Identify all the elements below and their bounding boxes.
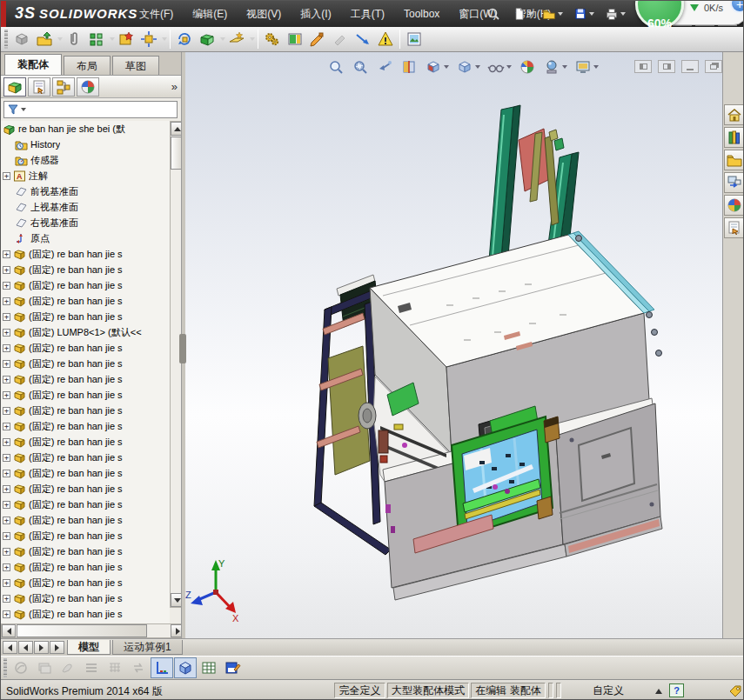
next-tab-icon[interactable] [34,641,49,654]
expand-icon[interactable]: + [3,501,10,509]
move-component-dropdown[interactable] [162,37,167,41]
reference-geometry-icon[interactable] [225,29,248,50]
view-3d-icon[interactable] [174,657,197,678]
zoom-to-fit-icon[interactable] [325,57,347,77]
display-manager-tab-icon[interactable] [77,77,99,97]
hide-show-items-icon[interactable] [485,57,514,77]
edit-appearance-icon[interactable] [516,57,539,77]
custom-toolbar-label[interactable]: 自定义 [565,683,652,698]
expand-icon[interactable]: + [3,595,10,603]
tree-component-row[interactable]: + (固定) re ban han jie s [1,293,170,309]
view-palette-icon[interactable] [724,172,744,193]
expand-icon[interactable]: + [3,548,10,556]
expand-icon[interactable]: + [3,454,10,462]
new-document-icon[interactable] [513,3,533,24]
tree-component-row[interactable]: + (固定) re ban han jie s [1,403,170,418]
list-icon[interactable] [80,657,103,678]
toolbar-grip[interactable] [3,658,7,677]
pane-right-icon[interactable] [658,60,675,73]
assembly-3d-model[interactable]: Y Z X [185,52,722,638]
grid-icon[interactable] [104,657,126,678]
menu-item[interactable]: 文件(F) [130,1,183,27]
panel-splitter-handle[interactable] [179,334,186,363]
tree-row-sensors[interactable]: 传感器 [1,152,170,168]
section-view-icon[interactable] [398,57,420,77]
tab-model[interactable]: 模型 [67,640,111,655]
configuration-manager-tab-icon[interactable] [52,77,75,97]
menu-item[interactable]: 编辑(E) [183,1,237,27]
insert-component-icon[interactable] [10,29,33,50]
expand-icon[interactable]: + [3,344,10,352]
linear-component-pattern-icon[interactable] [85,29,108,50]
tree-component-row[interactable]: + (固定) re ban han jie s [1,371,170,387]
expand-icon[interactable]: + [3,391,10,399]
quick-tips-icon[interactable]: ? [669,683,684,697]
design-library-icon[interactable] [724,127,744,148]
reference-geometry-dropdown[interactable] [250,37,255,41]
prev-tab-icon[interactable] [18,641,33,654]
tree-row-origin[interactable]: 原点 [1,230,170,246]
tree-component-row[interactable]: + (固定) re ban han jie s [1,450,170,465]
custom-toolbar-arrow[interactable] [655,689,662,694]
appearances-scenes-icon[interactable] [724,195,744,216]
zoom-to-area-icon[interactable] [349,57,372,77]
expand-icon[interactable]: + [3,376,10,383]
tree-row-annotations[interactable]: + A 注解 [1,168,170,183]
first-tab-icon[interactable] [3,641,17,654]
expand-icon[interactable]: + [3,172,10,180]
move-component-icon[interactable] [137,29,160,50]
swap-icon[interactable] [127,657,150,678]
expand-icon[interactable]: + [3,532,10,540]
tree-component-row[interactable]: + (固定) re ban han jie s [1,528,170,543]
print-icon[interactable] [605,3,626,24]
expand-icon[interactable]: + [3,313,10,321]
previous-view-icon[interactable] [373,57,396,77]
expand-icon[interactable]: + [3,579,10,587]
doc-restore-icon[interactable] [705,60,722,73]
ink-icon[interactable] [57,657,79,678]
tree-component-row[interactable]: + (固定) re ban han jie s [1,497,170,512]
tree-component-row[interactable]: + (固定) re ban han jie s [1,309,170,324]
expand-icon[interactable]: + [3,407,10,415]
scroll-thumb[interactable] [17,624,147,637]
tree-component-row[interactable]: + (固定) LUMP8<1> (默认<< [1,324,170,340]
filter-icon[interactable] [10,657,32,678]
tree-row-right-plane[interactable]: 右视基准面 [1,215,170,230]
open-document-icon[interactable] [542,3,563,24]
display-style-icon[interactable] [453,57,483,77]
expand-icon[interactable]: + [3,517,10,524]
expand-icon[interactable]: + [3,329,10,337]
doc-minimize-icon[interactable] [681,60,699,73]
file-explorer-icon[interactable] [724,150,744,170]
tree-component-row[interactable]: + (固定) re ban han jie s [1,559,170,575]
solidworks-resources-icon[interactable] [724,104,744,125]
tree-component-row[interactable]: + (固定) re ban han jie s [1,512,170,528]
exploded-view-icon[interactable] [284,29,306,50]
tree-component-row[interactable]: + (固定) re ban han jie s [1,465,170,481]
open-assembly-icon[interactable] [33,29,56,50]
tab-layout[interactable]: 布局 [64,56,111,75]
menu-item[interactable]: Toolbox [394,1,449,27]
axes-display-icon[interactable] [151,657,173,678]
tab-sketch[interactable]: 草图 [112,56,159,75]
menu-item[interactable]: 插入(I) [291,1,340,27]
view-settings-icon[interactable] [572,57,601,77]
table-icon[interactable] [198,657,220,678]
tree-component-row[interactable]: + (固定) re ban han jie s [1,387,170,403]
edit-component-icon[interactable] [306,29,329,50]
tree-component-row[interactable]: + (固定) re ban han jie s [1,481,170,497]
expand-icon[interactable]: + [3,360,10,368]
pane-left-icon[interactable] [634,60,652,73]
search-icon[interactable] [486,7,500,21]
feature-manager-tab-icon[interactable] [3,77,26,97]
rotate-component-icon[interactable] [173,29,196,50]
tree-component-row[interactable]: + (固定) re ban han jie s [1,277,170,293]
tree-component-row[interactable]: + (固定) re ban han jie s [1,590,170,606]
property-manager-tab-icon[interactable] [28,77,50,97]
no-external-references-icon[interactable] [329,29,352,50]
save-icon[interactable] [573,3,594,24]
smart-fasteners-icon[interactable] [115,29,137,50]
tree-root-row[interactable]: re ban han jie she bei (默 [1,121,170,137]
tree-component-row[interactable]: + (固定) re ban han jie s [1,246,170,262]
tab-motion-study[interactable]: 运动算例1 [112,640,183,655]
